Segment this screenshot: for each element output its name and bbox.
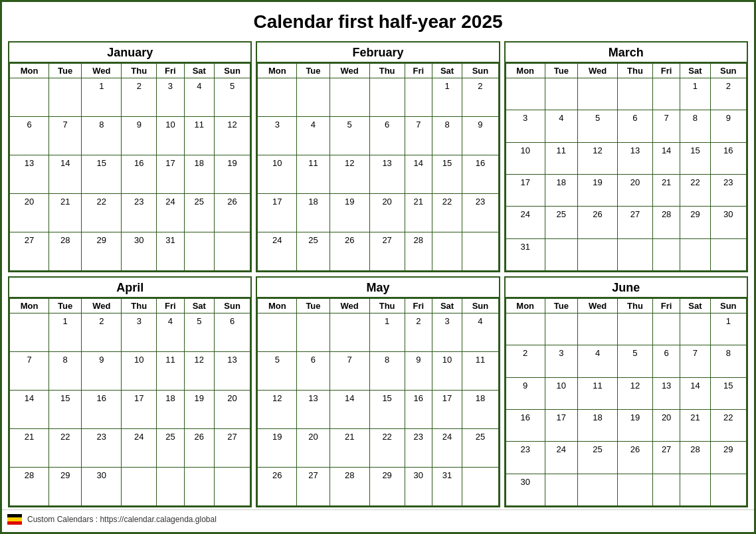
- day-header: Sat: [432, 64, 462, 78]
- day-header: Wed: [330, 64, 369, 78]
- day-header: Fri: [157, 64, 184, 78]
- day-cell: 29: [82, 232, 122, 271]
- day-cell: 25: [577, 442, 617, 474]
- day-header: Thu: [369, 64, 405, 78]
- day-cell: [258, 313, 297, 352]
- day-cell: 26: [618, 442, 653, 474]
- day-cell: [330, 78, 369, 117]
- day-cell: 23: [122, 194, 157, 232]
- day-cell: 11: [297, 155, 330, 194]
- day-header: Fri: [652, 299, 680, 313]
- day-cell: 3: [432, 313, 462, 352]
- day-cell: [49, 78, 82, 117]
- day-cell: 22: [710, 409, 746, 441]
- month-block-march: MarchMonTueWedThuFriSatSun12345678910111…: [504, 41, 748, 272]
- day-cell: 26: [184, 429, 214, 468]
- day-cell: 27: [652, 442, 680, 474]
- day-cell: 16: [710, 142, 746, 174]
- cal-table: MonTueWedThuFriSatSun1234567891011121314…: [506, 298, 747, 506]
- day-cell: 15: [369, 391, 405, 429]
- day-cell: 13: [297, 391, 330, 429]
- day-cell: 21: [10, 429, 49, 468]
- week-row: 31: [506, 238, 746, 270]
- day-cell: 28: [49, 232, 82, 271]
- day-cell: 15: [432, 155, 462, 194]
- calendars-grid: JanuaryMonTueWedThuFriSatSun123456789101…: [2, 39, 754, 509]
- day-cell: 14: [652, 142, 680, 174]
- week-row: 12: [506, 78, 746, 110]
- day-cell: 9: [82, 352, 122, 391]
- day-cell: 27: [297, 468, 330, 506]
- month-title: March: [506, 43, 747, 63]
- day-cell: 28: [680, 442, 710, 474]
- day-cell: 22: [369, 429, 405, 468]
- day-cell: 5: [618, 345, 653, 377]
- day-cell: 12: [330, 155, 369, 194]
- week-row: 12345: [10, 78, 250, 117]
- week-row: 17181920212223: [506, 174, 746, 206]
- day-cell: 18: [297, 194, 330, 232]
- day-cell: 1: [49, 313, 82, 352]
- day-cell: 1: [82, 78, 122, 117]
- day-header: Wed: [577, 64, 617, 78]
- day-header: Sun: [214, 299, 250, 313]
- day-cell: 25: [545, 207, 577, 238]
- day-cell: 4: [157, 313, 184, 352]
- week-row: 1234: [258, 313, 498, 352]
- day-cell: [506, 313, 545, 345]
- month-title: January: [9, 43, 250, 63]
- day-header: Fri: [405, 64, 432, 78]
- day-cell: 9: [462, 117, 498, 155]
- day-cell: 22: [82, 194, 122, 232]
- day-cell: 10: [506, 142, 545, 174]
- footer-text: Custom Calendars : https://calendar.cala…: [27, 515, 217, 524]
- day-cell: 28: [10, 468, 49, 506]
- day-cell: [618, 238, 653, 270]
- day-cell: 23: [82, 429, 122, 468]
- day-cell: 20: [297, 429, 330, 468]
- day-cell: 5: [184, 313, 214, 352]
- week-row: 3456789: [506, 110, 746, 142]
- day-header: Sat: [680, 64, 710, 78]
- week-row: 24252627282930: [506, 207, 746, 238]
- day-cell: 1: [432, 78, 462, 117]
- day-cell: 12: [618, 377, 653, 409]
- day-cell: 27: [369, 232, 405, 271]
- day-cell: 18: [545, 174, 577, 206]
- day-cell: 11: [545, 142, 577, 174]
- month-title: May: [257, 278, 498, 298]
- day-cell: [652, 238, 680, 270]
- day-cell: 19: [184, 391, 214, 429]
- day-cell: 21: [49, 194, 82, 232]
- day-cell: 29: [710, 442, 746, 474]
- day-cell: 5: [577, 110, 617, 142]
- day-cell: [710, 238, 746, 270]
- day-header: Thu: [618, 299, 653, 313]
- day-cell: 20: [369, 194, 405, 232]
- day-cell: 21: [652, 174, 680, 206]
- day-cell: 4: [462, 313, 498, 352]
- day-header: Sun: [710, 64, 746, 78]
- month-title: February: [257, 43, 498, 63]
- day-header: Tue: [49, 64, 82, 78]
- day-header: Sat: [184, 64, 214, 78]
- day-header: Wed: [577, 299, 617, 313]
- day-header: Fri: [157, 299, 184, 313]
- day-cell: [545, 78, 577, 110]
- day-cell: 7: [405, 117, 432, 155]
- day-cell: 20: [618, 174, 653, 206]
- day-cell: 23: [506, 442, 545, 474]
- day-cell: 5: [258, 352, 297, 391]
- month-block-january: JanuaryMonTueWedThuFriSatSun123456789101…: [8, 41, 252, 272]
- footer: Custom Calendars : https://calendar.cala…: [2, 509, 754, 528]
- day-cell: [369, 78, 405, 117]
- day-header: Sun: [710, 299, 746, 313]
- day-cell: 11: [184, 117, 214, 155]
- week-row: 23242526272829: [506, 442, 746, 474]
- day-cell: 12: [258, 391, 297, 429]
- day-header: Mon: [10, 299, 49, 313]
- cal-table: MonTueWedThuFriSatSun1234567891011121314…: [9, 298, 250, 506]
- day-cell: 12: [184, 352, 214, 391]
- day-header: Sun: [462, 299, 498, 313]
- day-header: Thu: [369, 299, 405, 313]
